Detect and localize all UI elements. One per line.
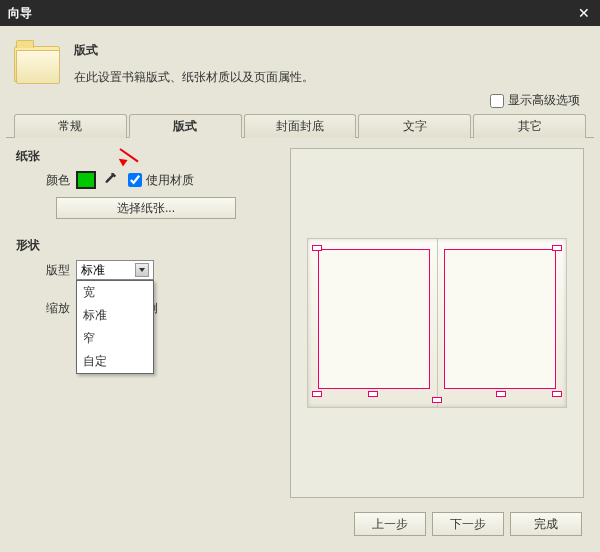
window-title: 向导 [8, 5, 576, 22]
crop-handle[interactable] [496, 391, 506, 397]
crop-handle[interactable] [312, 245, 322, 251]
color-label: 颜色 [40, 172, 70, 189]
folder-icon [14, 40, 62, 88]
choose-paper-button[interactable]: 选择纸张... [56, 197, 236, 219]
finish-button[interactable]: 完成 [510, 512, 582, 536]
preview-panel [290, 148, 584, 498]
layout-type-label: 版型 [40, 262, 70, 279]
crop-handle[interactable] [552, 391, 562, 397]
preview-page-left [318, 249, 430, 389]
tab-bar: 常规 版式 封面封底 文字 其它 [6, 113, 594, 138]
crop-handle[interactable] [312, 391, 322, 397]
section-paper: 纸张 [16, 148, 282, 165]
book-preview [307, 238, 567, 408]
layout-type-select[interactable]: 标准 [76, 260, 154, 280]
page-description: 在此设置书籍版式、纸张材质以及页面属性。 [74, 69, 586, 86]
crop-handle[interactable] [368, 391, 378, 397]
layout-type-value: 标准 [81, 262, 105, 279]
next-button[interactable]: 下一步 [432, 512, 504, 536]
show-advanced-checkbox[interactable]: 显示高级选项 [490, 92, 580, 109]
color-swatch[interactable] [76, 171, 96, 189]
layout-option-standard[interactable]: 标准 [77, 304, 153, 327]
layout-option-wide[interactable]: 宽 [77, 281, 153, 304]
tab-cover[interactable]: 封面封底 [244, 114, 357, 138]
tab-other[interactable]: 其它 [473, 114, 586, 138]
prev-button[interactable]: 上一步 [354, 512, 426, 536]
preview-page-right [444, 249, 556, 389]
eyedropper-icon[interactable] [102, 172, 118, 188]
use-material-checkbox[interactable]: 使用材质 [128, 172, 194, 189]
tab-layout[interactable]: 版式 [129, 114, 242, 138]
show-advanced-label: 显示高级选项 [508, 92, 580, 109]
crop-handle[interactable] [432, 397, 442, 403]
tab-general[interactable]: 常规 [14, 114, 127, 138]
layout-option-narrow[interactable]: 窄 [77, 327, 153, 350]
annotation-arrow [120, 148, 142, 150]
tab-text[interactable]: 文字 [358, 114, 471, 138]
page-heading: 版式 [74, 42, 586, 59]
chevron-down-icon [135, 263, 149, 277]
use-material-label: 使用材质 [146, 172, 194, 189]
close-icon[interactable]: ✕ [576, 5, 592, 21]
layout-option-custom[interactable]: 自定 [77, 350, 153, 373]
layout-type-dropdown: 宽 标准 窄 自定 [76, 280, 154, 374]
crop-handle[interactable] [552, 245, 562, 251]
section-shape: 形状 [16, 237, 282, 254]
scale-label: 缩放 [40, 300, 70, 317]
